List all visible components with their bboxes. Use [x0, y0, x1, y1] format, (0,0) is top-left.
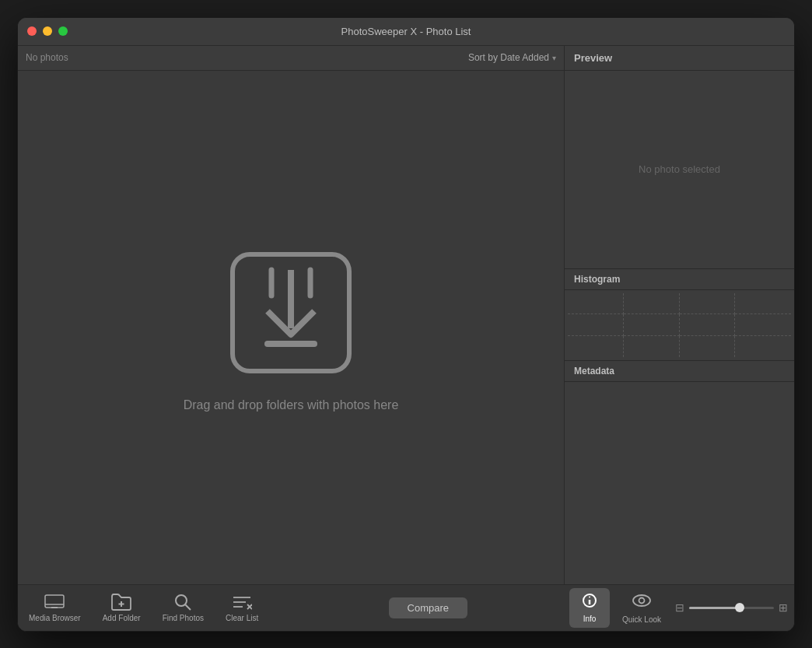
info-label: Info: [583, 615, 597, 623]
find-photos-button[interactable]: Find Photos: [152, 589, 215, 627]
histogram-cell: [624, 336, 680, 357]
clear-list-button[interactable]: Clear List: [215, 589, 269, 627]
add-folder-label: Add Folder: [103, 614, 141, 622]
preview-area: No photo selected: [565, 71, 794, 269]
histogram-cell: [735, 293, 791, 314]
histogram-header: Histogram: [565, 269, 794, 290]
maximize-button[interactable]: [58, 26, 68, 36]
main-content: No photos Sort by Date Added ▾: [18, 46, 794, 584]
close-button[interactable]: [27, 26, 37, 36]
histogram-cell: [680, 293, 736, 314]
svg-point-19: [589, 596, 590, 597]
histogram-cell: [568, 336, 624, 357]
sort-dropdown[interactable]: Sort by Date Added ▾: [468, 52, 556, 63]
zoom-large-icon: ⊞: [779, 601, 788, 614]
app-window: PhotoSweeper X - Photo List No photos So…: [17, 17, 795, 632]
no-photos-label: No photos: [26, 52, 68, 63]
histogram-grid: [568, 293, 791, 357]
histogram-cell: [680, 336, 736, 357]
drop-icon: [221, 243, 361, 383]
no-photo-selected-label: No photo selected: [639, 163, 720, 175]
find-photos-icon: [172, 594, 194, 611]
svg-line-11: [186, 604, 191, 610]
photo-list-header: No photos Sort by Date Added ▾: [18, 46, 564, 71]
title-bar: PhotoSweeper X - Photo List: [18, 18, 794, 46]
media-browser-icon: [44, 594, 65, 611]
svg-point-20: [633, 595, 650, 606]
zoom-area: ⊟ ⊞: [669, 601, 794, 614]
bottom-toolbar: Media Browser Add Folder: [18, 584, 794, 631]
photo-list-area: Drag and drop folders with photos here: [18, 71, 564, 584]
zoom-small-icon: ⊟: [675, 601, 684, 614]
histogram-cell: [735, 336, 791, 357]
toolbar-center: Compare: [292, 597, 565, 618]
right-panel: Preview No photo selected Histogram: [565, 46, 794, 584]
histogram-area: [565, 290, 794, 360]
histogram-cell: [680, 314, 736, 335]
sort-label: Sort by Date Added: [468, 52, 549, 63]
histogram-cell: [735, 314, 791, 335]
metadata-header: Metadata: [565, 361, 794, 382]
toolbar-right: Info Quick Look ⊟ ⊞: [565, 583, 794, 632]
quick-look-icon: [632, 592, 652, 612]
metadata-section: Metadata: [565, 361, 794, 584]
zoom-slider-fill: [689, 607, 740, 609]
svg-rect-5: [45, 595, 64, 608]
add-folder-icon: [110, 594, 132, 611]
quick-look-label: Quick Look: [622, 615, 661, 624]
clear-list-label: Clear List: [226, 614, 258, 622]
left-panel: No photos Sort by Date Added ▾: [18, 46, 565, 584]
histogram-cell: [624, 314, 680, 335]
toolbar-left: Media Browser Add Folder: [18, 589, 292, 627]
media-browser-label: Media Browser: [29, 614, 81, 622]
minimize-button[interactable]: [43, 26, 52, 36]
svg-point-10: [176, 595, 187, 606]
zoom-slider-thumb: [735, 603, 744, 612]
info-icon: [582, 593, 597, 611]
histogram-cell: [624, 293, 680, 314]
window-title: PhotoSweeper X - Photo List: [341, 26, 471, 37]
zoom-slider-track[interactable]: [689, 607, 774, 609]
traffic-lights: [27, 26, 68, 36]
quick-look-button[interactable]: Quick Look: [614, 587, 669, 629]
preview-header: Preview: [565, 46, 794, 71]
preview-section: Preview No photo selected: [565, 46, 794, 270]
add-folder-button[interactable]: Add Folder: [92, 589, 152, 627]
histogram-section: Histogram: [565, 269, 794, 361]
media-browser-button[interactable]: Media Browser: [18, 589, 92, 627]
drop-text: Drag and drop folders with photos here: [184, 398, 399, 412]
compare-button[interactable]: Compare: [389, 597, 467, 618]
info-button[interactable]: Info: [569, 588, 610, 628]
find-photos-label: Find Photos: [163, 614, 204, 622]
sort-arrow-icon: ▾: [552, 54, 556, 62]
svg-point-21: [639, 597, 645, 603]
clear-list-icon: [231, 594, 253, 611]
histogram-cell: [568, 293, 624, 314]
histogram-cell: [568, 314, 624, 335]
